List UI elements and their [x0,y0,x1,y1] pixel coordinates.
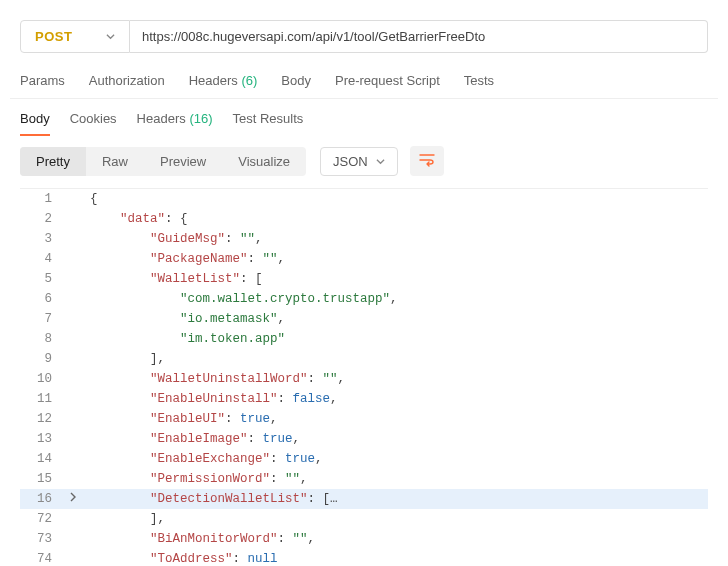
headers-count-badge: (6) [241,73,257,88]
code-line[interactable]: 2 "data": { [20,209,708,229]
code-content: "WalletList": [ [86,269,708,289]
line-number: 4 [20,249,60,269]
view-raw[interactable]: Raw [86,147,144,176]
wrap-lines-button[interactable] [410,146,444,176]
code-line[interactable]: 1{ [20,189,708,209]
line-number: 9 [20,349,60,369]
code-line[interactable]: 8 "im.token.app" [20,329,708,349]
fold-gutter [60,469,86,489]
response-tabs: Body Cookies Headers (16) Test Results [10,99,718,136]
code-content: "EnableUninstall": false, [86,389,708,409]
view-visualize[interactable]: Visualize [222,147,306,176]
chevron-down-icon [376,154,385,169]
fold-gutter [60,409,86,429]
code-content: "EnableExchange": true, [86,449,708,469]
code-content: "BiAnMonitorWord": "", [86,529,708,549]
code-content: "data": { [86,209,708,229]
code-line[interactable]: 10 "WalletUninstallWord": "", [20,369,708,389]
line-number: 72 [20,509,60,529]
subtab-body[interactable]: Body [20,111,50,136]
code-content: ], [86,349,708,369]
chevron-right-icon [69,492,77,506]
code-line[interactable]: 12 "EnableUI": true, [20,409,708,429]
view-controls: Pretty Raw Preview Visualize JSON [10,136,718,182]
format-select[interactable]: JSON [320,147,398,176]
tab-body[interactable]: Body [281,73,311,88]
line-number: 14 [20,449,60,469]
code-line[interactable]: 74 "ToAddress": null [20,549,708,566]
code-line[interactable]: 4 "PackageName": "", [20,249,708,269]
code-content: "io.metamask", [86,309,708,329]
fold-gutter [60,249,86,269]
code-content: "PermissionWord": "", [86,469,708,489]
code-content: "EnableImage": true, [86,429,708,449]
code-content: "WalletUninstallWord": "", [86,369,708,389]
fold-gutter [60,429,86,449]
response-headers-count-badge: (16) [189,111,212,126]
fold-gutter [60,369,86,389]
code-line[interactable]: 5 "WalletList": [ [20,269,708,289]
line-number: 16 [20,489,60,509]
view-mode-group: Pretty Raw Preview Visualize [20,147,306,176]
request-bar: POST [20,20,708,53]
tab-prerequest[interactable]: Pre-request Script [335,73,440,88]
line-number: 2 [20,209,60,229]
request-tabs: Params Authorization Headers (6) Body Pr… [10,65,718,99]
fold-gutter [60,289,86,309]
fold-gutter [60,229,86,249]
line-number: 3 [20,229,60,249]
code-content: "PackageName": "", [86,249,708,269]
code-line[interactable]: 14 "EnableExchange": true, [20,449,708,469]
fold-gutter [60,449,86,469]
code-line[interactable]: 15 "PermissionWord": "", [20,469,708,489]
wrap-icon [419,153,435,170]
tab-authorization[interactable]: Authorization [89,73,165,88]
code-line[interactable]: 16 "DetectionWalletList": [… [20,489,708,509]
subtab-headers[interactable]: Headers (16) [137,111,213,136]
fold-gutter [60,209,86,229]
tab-params[interactable]: Params [20,73,65,88]
code-content: "ToAddress": null [86,549,708,566]
tab-headers[interactable]: Headers (6) [189,73,258,88]
code-line[interactable]: 73 "BiAnMonitorWord": "", [20,529,708,549]
fold-gutter [60,349,86,369]
fold-gutter [60,509,86,529]
fold-gutter [60,389,86,409]
fold-gutter [60,189,86,209]
line-number: 73 [20,529,60,549]
url-input[interactable] [130,20,708,53]
subtab-cookies[interactable]: Cookies [70,111,117,136]
code-line[interactable]: 3 "GuideMsg": "", [20,229,708,249]
line-number: 8 [20,329,60,349]
response-body-viewer[interactable]: 1{2 "data": {3 "GuideMsg": "",4 "Package… [20,188,708,566]
line-number: 13 [20,429,60,449]
view-pretty[interactable]: Pretty [20,147,86,176]
code-content: "im.token.app" [86,329,708,349]
code-content: "DetectionWalletList": [… [86,489,708,509]
tab-tests[interactable]: Tests [464,73,494,88]
format-label: JSON [333,154,368,169]
subtab-testresults[interactable]: Test Results [233,111,304,136]
fold-gutter [60,309,86,329]
code-content: "com.wallet.crypto.trustapp", [86,289,708,309]
code-line[interactable]: 6 "com.wallet.crypto.trustapp", [20,289,708,309]
code-line[interactable]: 72 ], [20,509,708,529]
line-number: 1 [20,189,60,209]
view-preview[interactable]: Preview [144,147,222,176]
code-content: ], [86,509,708,529]
line-number: 12 [20,409,60,429]
line-number: 11 [20,389,60,409]
line-number: 10 [20,369,60,389]
method-select[interactable]: POST [20,20,130,53]
code-line[interactable]: 7 "io.metamask", [20,309,708,329]
chevron-down-icon [106,29,115,44]
code-content: { [86,189,708,209]
code-line[interactable]: 11 "EnableUninstall": false, [20,389,708,409]
fold-gutter[interactable] [60,489,86,509]
code-line[interactable]: 13 "EnableImage": true, [20,429,708,449]
code-content: "GuideMsg": "", [86,229,708,249]
line-number: 6 [20,289,60,309]
fold-gutter [60,549,86,566]
line-number: 74 [20,549,60,566]
code-line[interactable]: 9 ], [20,349,708,369]
